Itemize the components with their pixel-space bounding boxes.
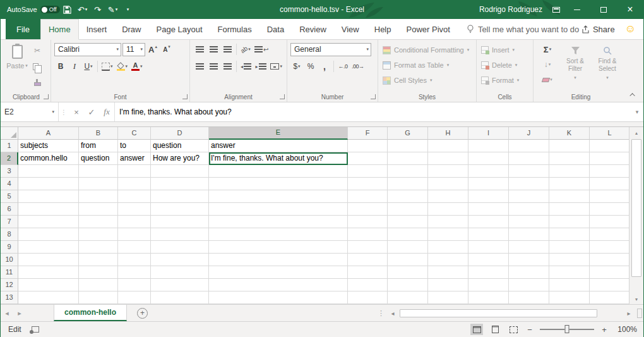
cell-g7[interactable] <box>388 216 428 228</box>
cell-b6[interactable] <box>79 203 118 216</box>
cell-c6[interactable] <box>118 203 151 216</box>
column-header-j[interactable]: J <box>509 127 549 140</box>
cell-f2[interactable] <box>348 152 388 165</box>
cell-k4[interactable] <box>549 178 590 190</box>
cell-h3[interactable] <box>428 165 468 178</box>
cell-l10[interactable] <box>590 254 630 266</box>
feedback-smiley-icon[interactable]: ☺ <box>625 19 636 39</box>
cell-i4[interactable] <box>468 178 509 190</box>
cell-j11[interactable] <box>509 266 549 279</box>
cell-i1[interactable] <box>468 140 509 152</box>
cell-h4[interactable] <box>428 178 468 190</box>
percent-style-button[interactable]: % <box>304 59 317 73</box>
cell-b1[interactable]: from <box>79 140 118 152</box>
horizontal-scrollbar[interactable]: ◂ ▸ <box>387 305 635 321</box>
cell-e13[interactable] <box>209 291 348 304</box>
maximize-button[interactable] <box>590 0 617 19</box>
cell-c11[interactable] <box>118 266 151 279</box>
cell-j1[interactable] <box>509 140 549 152</box>
cell-e10[interactable] <box>209 254 348 266</box>
zoom-out-button[interactable]: − <box>525 325 534 334</box>
conditional-formatting-button[interactable]: Conditional Formatting▾ <box>381 42 473 58</box>
cell-i3[interactable] <box>468 165 509 178</box>
cell-j4[interactable] <box>509 178 549 190</box>
record-macro-button[interactable] <box>32 326 39 333</box>
cell-h7[interactable] <box>428 216 468 228</box>
ribbon-display-options-button[interactable] <box>549 0 564 19</box>
cell-d13[interactable] <box>151 291 209 304</box>
cell-i13[interactable] <box>468 291 509 304</box>
tab-power-pivot[interactable]: Power Pivot <box>399 19 458 39</box>
sheet-tab-common-hello[interactable]: common-hello <box>54 305 127 321</box>
cell-b10[interactable] <box>79 254 118 266</box>
cell-f6[interactable] <box>348 203 388 216</box>
comma-style-button[interactable]: , <box>318 59 331 73</box>
cell-a8[interactable] <box>18 228 79 241</box>
cell-h8[interactable] <box>428 228 468 241</box>
cell-a4[interactable] <box>18 178 79 190</box>
cell-c7[interactable] <box>118 216 151 228</box>
accounting-format-button[interactable]: $▾ <box>290 59 303 73</box>
cell-e2[interactable]: I'm fine, thanks. What about you? <box>209 152 348 165</box>
cell-i11[interactable] <box>468 266 509 279</box>
row-header-5[interactable]: 5 <box>1 190 18 203</box>
font-size-select[interactable]: 11▾ <box>122 43 145 56</box>
close-button[interactable]: × <box>617 0 643 19</box>
cell-i2[interactable] <box>468 152 509 165</box>
cell-a5[interactable] <box>18 190 79 203</box>
copy-button[interactable]: ▾ <box>31 59 44 73</box>
cell-d4[interactable] <box>151 178 209 190</box>
cell-b5[interactable] <box>79 190 118 203</box>
column-header-h[interactable]: H <box>428 127 468 140</box>
cell-f13[interactable] <box>348 291 388 304</box>
orientation-button[interactable]: ab▾ <box>239 42 252 56</box>
cell-k7[interactable] <box>549 216 590 228</box>
cell-b7[interactable] <box>79 216 118 228</box>
scroll-up-button[interactable]: ▴ <box>629 127 643 138</box>
cell-l7[interactable] <box>590 216 630 228</box>
tab-review[interactable]: Review <box>292 19 334 39</box>
cell-g11[interactable] <box>388 266 428 279</box>
cancel-button[interactable]: × <box>69 102 84 121</box>
cell-i10[interactable] <box>468 254 509 266</box>
cell-g4[interactable] <box>388 178 428 190</box>
cut-button[interactable]: ✂ <box>31 44 44 58</box>
cell-j6[interactable] <box>509 203 549 216</box>
clipboard-dialog-launcher[interactable] <box>44 94 49 99</box>
column-header-e[interactable]: E <box>209 127 348 140</box>
cell-a9[interactable] <box>18 241 79 254</box>
cell-b12[interactable] <box>79 279 118 291</box>
page-break-view-button[interactable] <box>507 324 520 335</box>
autosum-button[interactable]: Σ▾ <box>537 42 558 56</box>
cell-d3[interactable] <box>151 165 209 178</box>
cell-k1[interactable] <box>549 140 590 152</box>
cell-d7[interactable] <box>151 216 209 228</box>
cell-l13[interactable] <box>590 291 630 304</box>
cell-d2[interactable]: How are you? <box>151 152 209 165</box>
align-right-button[interactable] <box>221 59 234 73</box>
cell-k5[interactable] <box>549 190 590 203</box>
tab-insert[interactable]: Insert <box>79 19 115 39</box>
formula-input[interactable]: I'm fine, thanks. What about you? <box>114 102 631 121</box>
cell-b2[interactable]: question <box>79 152 118 165</box>
cell-e6[interactable] <box>209 203 348 216</box>
increase-font-size-button[interactable]: A▴ <box>146 42 159 56</box>
customize-quick-access-button[interactable]: ▾ <box>121 0 136 19</box>
cell-b8[interactable] <box>79 228 118 241</box>
cell-f8[interactable] <box>348 228 388 241</box>
column-header-g[interactable]: G <box>388 127 428 140</box>
row-header-11[interactable]: 11 <box>1 266 18 279</box>
cell-c3[interactable] <box>118 165 151 178</box>
column-header-d[interactable]: D <box>151 127 209 140</box>
cell-j10[interactable] <box>509 254 549 266</box>
cell-b11[interactable] <box>79 266 118 279</box>
format-as-table-button[interactable]: Format as Table▾ <box>381 58 473 73</box>
cell-c1[interactable]: to <box>118 140 151 152</box>
cell-h1[interactable] <box>428 140 468 152</box>
align-left-button[interactable] <box>193 59 206 73</box>
cell-k12[interactable] <box>549 279 590 291</box>
cell-a7[interactable] <box>18 216 79 228</box>
normal-view-button[interactable] <box>470 324 483 335</box>
increase-decimal-button[interactable]: ←.0 <box>337 59 349 73</box>
cell-j12[interactable] <box>509 279 549 291</box>
